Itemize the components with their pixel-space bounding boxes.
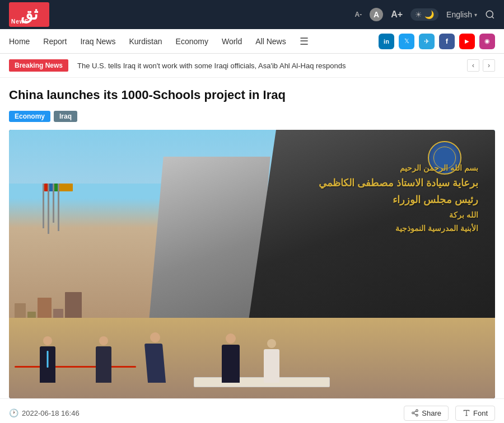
svg-point-2 <box>416 410 418 412</box>
article-area: China launches its 1000-Schools project … <box>0 78 504 398</box>
flags-area <box>43 184 59 234</box>
nav-all-news[interactable]: All News <box>255 37 286 46</box>
nav-report[interactable]: Report <box>43 37 67 46</box>
font-icon <box>463 409 470 417</box>
share-label: Share <box>422 409 441 417</box>
twitter-icon[interactable]: 𝕏 <box>399 34 414 49</box>
person-5 <box>264 339 279 383</box>
date-text: 2022-06-18 16:46 <box>22 409 80 417</box>
main-navigation: Home Report Iraq News Kurdistan Economy … <box>0 29 504 54</box>
font-increase-button[interactable]: A+ <box>391 10 403 20</box>
person-4 <box>222 333 240 383</box>
clock-icon: 🕐 <box>9 408 18 417</box>
font-label: Font <box>473 409 488 417</box>
person-3 <box>146 332 164 383</box>
chevron-down-icon: ▾ <box>474 12 477 18</box>
nav-iraq-news[interactable]: Iraq News <box>80 37 115 46</box>
tag-iraq[interactable]: Iraq <box>54 111 77 122</box>
svg-point-4 <box>416 415 418 417</box>
font-normal-button[interactable]: A <box>370 8 383 21</box>
language-label: English <box>446 10 472 19</box>
breaking-news-next[interactable]: › <box>483 59 495 72</box>
nav-items: Home Report Iraq News Kurdistan Economy … <box>9 35 309 48</box>
top-navigation-bar: ثق NewS A- A A+ ☀ 🌙 English ▾ <box>0 0 504 29</box>
person-2 <box>96 336 111 383</box>
nav-economy[interactable]: Economy <box>176 37 208 46</box>
breaking-news-prev[interactable]: ‹ <box>467 59 479 72</box>
podium <box>194 377 330 387</box>
font-button[interactable]: Font <box>455 406 495 421</box>
arabic-line-4: الله بركة <box>319 210 478 219</box>
arabic-line-1: بسم الله الرحمن الرحيم <box>319 163 478 172</box>
logo-area: ثق NewS <box>9 2 49 27</box>
breaking-news-navigation: ‹ › <box>467 59 495 72</box>
language-selector[interactable]: English ▾ <box>446 10 477 19</box>
share-button[interactable]: Share <box>404 406 449 421</box>
svg-line-6 <box>414 411 416 412</box>
facebook-icon[interactable]: f <box>439 34 455 49</box>
social-icons: in 𝕏 ✈ f ▶ ◉ <box>379 34 495 49</box>
arabic-text-block: بسم الله الرحمن الرحيم برعاية سيادة الاس… <box>319 163 478 237</box>
logo-news-text: NewS <box>11 18 29 25</box>
article-image: بسم الله الرحمن الرحيم برعاية سيادة الاس… <box>9 130 495 398</box>
search-icon <box>485 10 495 20</box>
breaking-news-text: The U.S. tells Iraq it won't work with s… <box>77 62 458 70</box>
moon-icon: 🌙 <box>424 10 434 19</box>
article-date: 🕐 2022-06-18 16:46 <box>9 408 80 417</box>
font-decrease-button[interactable]: A- <box>355 11 362 18</box>
article-tags: Economy Iraq <box>9 111 495 122</box>
red-rope <box>15 366 136 368</box>
article-footer: 🕐 2022-06-18 16:46 Share Font <box>0 398 504 423</box>
svg-point-0 <box>486 11 493 17</box>
footer-actions: Share Font <box>404 406 495 421</box>
article-title: China launches its 1000-Schools project … <box>9 87 495 104</box>
nav-world[interactable]: World <box>222 37 242 46</box>
breaking-news-bar: Breaking News The U.S. tells Iraq it won… <box>0 54 504 78</box>
arabic-line-3: رئيس مجلس الوزراء <box>319 194 478 206</box>
arabic-line-2: برعاية سيادة الاستاذ مصطفى الكاظمي <box>319 177 478 189</box>
linkedin-icon[interactable]: in <box>379 34 394 49</box>
svg-line-5 <box>414 413 416 415</box>
svg-point-3 <box>412 412 414 415</box>
site-logo[interactable]: ثق NewS <box>9 2 49 27</box>
nav-home[interactable]: Home <box>9 37 30 46</box>
nav-kurdistan[interactable]: Kurdistan <box>129 37 162 46</box>
sun-icon: ☀ <box>415 10 422 19</box>
search-button[interactable] <box>485 10 495 20</box>
telegram-icon[interactable]: ✈ <box>419 34 435 49</box>
person-1 <box>40 336 55 383</box>
arabic-line-5: الأبنية المدرسية النموذجية <box>319 224 478 233</box>
svg-line-1 <box>492 16 493 18</box>
main-content: Breaking News The U.S. tells Iraq it won… <box>0 54 504 423</box>
instagram-icon[interactable]: ◉ <box>479 34 495 49</box>
theme-toggle[interactable]: ☀ 🌙 <box>410 8 438 21</box>
breaking-news-badge: Breaking News <box>9 59 68 72</box>
share-icon <box>411 409 419 417</box>
hamburger-menu-icon[interactable]: ☰ <box>300 35 309 48</box>
tag-economy[interactable]: Economy <box>9 111 50 122</box>
youtube-icon[interactable]: ▶ <box>459 34 475 49</box>
top-bar-right: A- A A+ ☀ 🌙 English ▾ <box>355 8 496 21</box>
